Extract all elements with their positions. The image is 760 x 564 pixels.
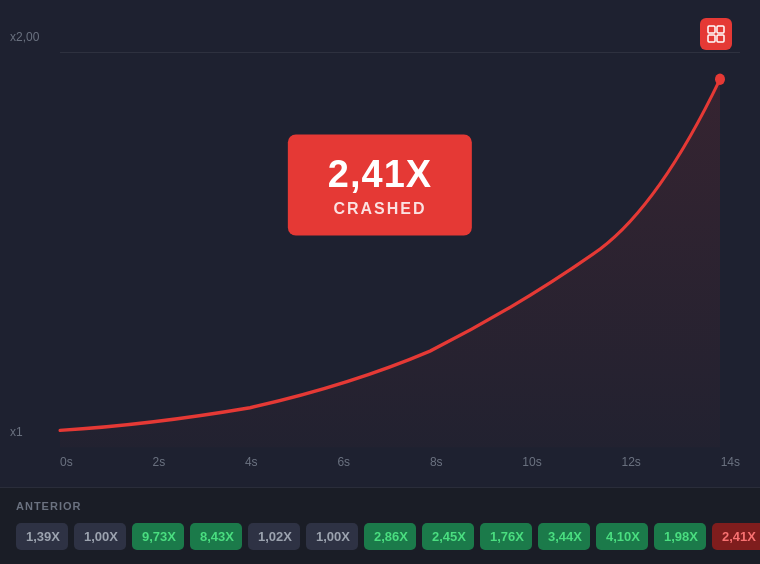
crash-curve bbox=[0, 0, 760, 487]
x-label-4s: 4s bbox=[245, 455, 258, 469]
anterior-label: ANTERIOR bbox=[16, 500, 744, 512]
crash-multiplier: 2,41X bbox=[328, 153, 432, 196]
crash-box: 2,41X CRASHED bbox=[288, 135, 472, 236]
history-row: 1,39X 1,00X 9,73X 8,43X 1,02X 1,00X 2,86… bbox=[16, 520, 744, 552]
chart-area: x2,00 x1 bbox=[0, 0, 760, 487]
svg-point-0 bbox=[715, 74, 725, 85]
x-label-6s: 6s bbox=[337, 455, 350, 469]
x-label-14s: 14s bbox=[721, 455, 740, 469]
x-axis: 0s 2s 4s 6s 8s 10s 12s 14s bbox=[60, 455, 740, 469]
history-badge-6[interactable]: 2,86X bbox=[364, 523, 416, 550]
x-label-10s: 10s bbox=[522, 455, 541, 469]
history-badge-0[interactable]: 1,39X bbox=[16, 523, 68, 550]
history-badge-4[interactable]: 1,02X bbox=[248, 523, 300, 550]
history-badge-3[interactable]: 8,43X bbox=[190, 523, 242, 550]
x-label-12s: 12s bbox=[621, 455, 640, 469]
history-badge-7[interactable]: 2,45X bbox=[422, 523, 474, 550]
history-badge-5[interactable]: 1,00X bbox=[306, 523, 358, 550]
svg-rect-1 bbox=[708, 26, 715, 33]
svg-rect-4 bbox=[717, 35, 724, 42]
graph-icon bbox=[700, 18, 732, 50]
history-badge-10[interactable]: 4,10X bbox=[596, 523, 648, 550]
app-container: x2,00 x1 bbox=[0, 0, 760, 564]
x-label-0s: 0s bbox=[60, 455, 73, 469]
history-badge-12[interactable]: 2,41X bbox=[712, 523, 760, 550]
x-label-2s: 2s bbox=[152, 455, 165, 469]
history-badge-9[interactable]: 3,44X bbox=[538, 523, 590, 550]
svg-rect-3 bbox=[708, 35, 715, 42]
history-badge-2[interactable]: 9,73X bbox=[132, 523, 184, 550]
history-badge-8[interactable]: 1,76X bbox=[480, 523, 532, 550]
history-badge-11[interactable]: 1,98X bbox=[654, 523, 706, 550]
crash-label: CRASHED bbox=[328, 200, 432, 218]
x-label-8s: 8s bbox=[430, 455, 443, 469]
history-badge-1[interactable]: 1,00X bbox=[74, 523, 126, 550]
svg-rect-2 bbox=[717, 26, 724, 33]
history-section: ANTERIOR 1,39X 1,00X 9,73X 8,43X 1,02X 1… bbox=[0, 487, 760, 564]
